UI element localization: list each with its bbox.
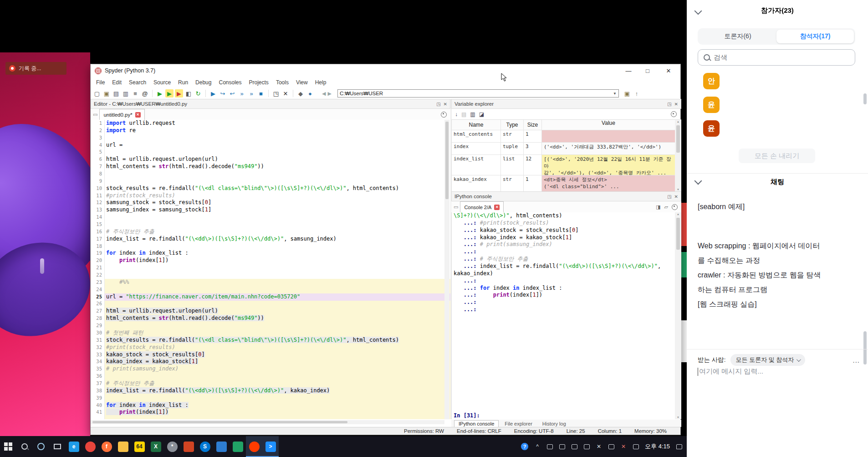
menu-run[interactable]: Run: [174, 79, 192, 86]
code-line-14[interactable]: 14: [91, 214, 450, 221]
working-directory-combo[interactable]: C:₩Users₩USER ▼: [337, 89, 619, 98]
taskbar-app-edge[interactable]: e: [66, 436, 82, 457]
console-tab[interactable]: Console 2/A ✕: [460, 201, 504, 212]
browse-directory-icon[interactable]: ▣: [623, 89, 631, 98]
menu-debug[interactable]: Debug: [192, 79, 215, 86]
title-bar[interactable]: Spyder (Python 3.7): [91, 64, 680, 77]
taskbar-app-skype[interactable]: S: [197, 436, 213, 457]
stop-debug-icon[interactable]: ■: [257, 89, 265, 98]
code-line-30[interactable]: 30# 첫번째 패턴: [91, 329, 450, 337]
save-data-as-icon[interactable]: ▥: [470, 111, 475, 118]
code-line-20[interactable]: 20 print(index[1]): [91, 257, 450, 264]
taskbar-clock[interactable]: 오후 4:15: [645, 442, 670, 451]
start-button[interactable]: [0, 436, 16, 457]
menu-edit[interactable]: Edit: [108, 79, 125, 86]
column-header-value[interactable]: Value: [542, 120, 675, 130]
plugin-tab-ipython-console[interactable]: IPython console: [454, 420, 499, 427]
code-line-32[interactable]: 32#print(stock_results): [91, 344, 450, 351]
code-line-33[interactable]: 33kakao_stock = stock_results[0]: [91, 351, 450, 359]
inspect-icon[interactable]: ▱: [664, 204, 668, 210]
code-editor[interactable]: 1import urllib.request2import re34url = …: [91, 120, 450, 419]
task-view-button[interactable]: [49, 436, 66, 457]
code-line-24[interactable]: 24: [91, 286, 450, 293]
variable-row-index_list[interactable]: index_listlist12[('<dd>', '2020년 12월 22일…: [452, 155, 675, 175]
network-icon[interactable]: [583, 444, 590, 449]
volume-muted-icon[interactable]: ✕: [596, 443, 602, 450]
participants-tab-panelists[interactable]: 토론자(6): [699, 30, 776, 43]
code-line-13[interactable]: 13samsung_index = samsung_stock[1]: [91, 206, 450, 214]
code-line-36[interactable]: 36: [91, 373, 450, 380]
run-cell-advance-icon[interactable]: ▶: [175, 89, 183, 98]
taskbar-app-app-64[interactable]: 64: [131, 436, 148, 457]
menu-help[interactable]: Help: [311, 79, 330, 86]
column-header-size[interactable]: Size: [524, 120, 542, 130]
console-tab-close-icon[interactable]: ✕: [494, 205, 500, 210]
plugin-tab-history-log[interactable]: History log: [538, 421, 570, 427]
menu-projects[interactable]: Projects: [245, 79, 272, 86]
step-over-icon[interactable]: ↩: [228, 89, 236, 98]
mic-icon[interactable]: [559, 444, 565, 449]
console-scrollbar[interactable]: ▲ ▼: [675, 212, 681, 419]
participant-avatar[interactable]: 윤: [703, 120, 720, 137]
continue-icon[interactable]: »: [247, 89, 255, 98]
code-line-41[interactable]: 41 print(index[1]): [91, 409, 450, 416]
code-line-1[interactable]: 1import urllib.request: [91, 120, 450, 127]
variable-options-gear-icon[interactable]: [671, 111, 677, 117]
participants-scrollbar[interactable]: [863, 93, 867, 104]
code-line-16[interactable]: 16# 주식정보만 추출: [91, 228, 450, 236]
rerun-cell-icon[interactable]: ↻: [194, 89, 202, 98]
run-selection-icon[interactable]: ◧: [184, 89, 193, 98]
taskbar-app-green-app[interactable]: [230, 436, 246, 457]
code-line-34[interactable]: 34kakao_index = kakao_stock[1]: [91, 358, 450, 365]
code-line-22[interactable]: 22: [91, 272, 450, 279]
display-icon[interactable]: [546, 444, 553, 449]
variable-row-kakao_index[interactable]: kakao_indexstr1 <dt>종목 시세 정보</dt> ('<dl …: [452, 175, 675, 191]
menu-consoles[interactable]: Consoles: [215, 79, 245, 86]
close-red-icon[interactable]: ✕: [620, 443, 627, 450]
minimize-button[interactable]: —: [619, 64, 638, 77]
variable-table-scrollbar[interactable]: ▲ ▼: [675, 120, 681, 191]
save-icon[interactable]: ▤: [112, 89, 120, 98]
code-line-26[interactable]: 26: [91, 300, 450, 308]
run-cell-icon[interactable]: ▶: [165, 89, 174, 98]
tools-icon[interactable]: ◆: [296, 89, 305, 98]
maximize-button[interactable]: □: [638, 64, 657, 77]
close-panel-icon[interactable]: ✕: [674, 194, 678, 199]
nav-forward-icon[interactable]: ▶: [327, 91, 331, 97]
code-line-37[interactable]: 37# 주식정보만 추출: [91, 380, 450, 387]
save-all-icon[interactable]: ▥: [122, 89, 130, 98]
taskbar-app-spyder-app[interactable]: [246, 436, 262, 457]
chevron-up-icon[interactable]: ^: [534, 443, 541, 450]
code-line-28[interactable]: 28html_contents = str(html.read().decode…: [91, 315, 450, 322]
taskbar-app-console-app[interactable]: >: [262, 436, 279, 457]
debug-icon[interactable]: ▶: [209, 89, 217, 98]
nav-back-icon[interactable]: ◀: [322, 91, 326, 97]
code-line-11[interactable]: 11#print(stock_results): [91, 192, 450, 200]
column-header-type[interactable]: Type: [501, 120, 524, 130]
code-line-31[interactable]: 31stock_results = re.findall("(\<dl clas…: [91, 337, 450, 344]
import-data-icon[interactable]: ↓: [455, 111, 458, 118]
code-line-6[interactable]: 6html = urllib.request.urlopen(url): [91, 156, 450, 163]
run-icon[interactable]: ▶: [156, 89, 164, 98]
link-icon[interactable]: [608, 444, 614, 449]
menu-source[interactable]: Source: [150, 79, 174, 86]
open-file-icon[interactable]: ▣: [102, 89, 111, 98]
code-line-40[interactable]: 40for index in index_list :: [91, 402, 450, 409]
taskbar-app-chrome[interactable]: [82, 436, 98, 457]
column-header-name[interactable]: Name: [452, 120, 501, 130]
menu-view[interactable]: View: [292, 79, 311, 86]
browse-tabs-icon[interactable]: ▭: [93, 112, 97, 118]
editor-vscrollbar[interactable]: [444, 120, 449, 419]
code-line-18[interactable]: 18: [91, 243, 450, 250]
code-line-3[interactable]: 3: [91, 134, 450, 142]
participants-tab-attendees[interactable]: 참석자(17): [776, 30, 854, 43]
python-env-icon[interactable]: ●: [306, 89, 314, 98]
participant-avatar[interactable]: 윤: [703, 97, 720, 113]
console-options-gear-icon[interactable]: [672, 204, 678, 210]
recipient-dropdown[interactable]: 모든 토론자 및 참석자: [730, 354, 806, 366]
code-line-2[interactable]: 2import re: [91, 127, 450, 134]
taskbar-app-file-explorer[interactable]: [115, 436, 131, 457]
code-line-38[interactable]: 38index_list = re.findall("(\<dd\>)([\s\…: [91, 387, 450, 395]
lower-all-hands-button[interactable]: 모든 손 내리기: [739, 149, 815, 163]
file-switcher-icon[interactable]: ≡: [131, 89, 139, 98]
